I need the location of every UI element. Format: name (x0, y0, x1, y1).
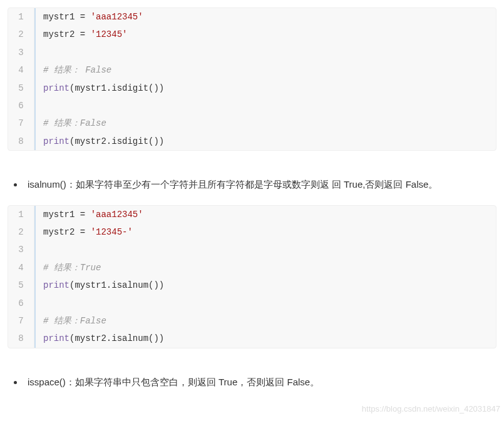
code-line (34, 241, 496, 258)
line-number: 6 (8, 97, 34, 114)
code-line: mystr1 = 'aaa12345' (34, 206, 496, 223)
code-row: 7# 结果：False (8, 114, 496, 132)
line-number: 7 (8, 114, 34, 132)
line-number: 1 (8, 206, 34, 223)
code-row: 5print(mystr1.isalnum()) (8, 276, 496, 294)
code-row: 5print(mystr1.isdigit()) (8, 79, 496, 97)
code-block-isdigit: 1mystr1 = 'aaa12345'2mystr2 = '12345'34#… (8, 8, 496, 151)
code-line: mystr2 = '12345' (34, 26, 496, 43)
line-number: 1 (8, 8, 34, 26)
token-com: # 结果：True (43, 263, 101, 273)
code-row: 3 (8, 241, 496, 258)
token-com: # 结果： False (43, 65, 111, 75)
bullet-list-1: isalnum()：如果字符串至少有一个字符并且所有字符都是字母或数字则返 回 … (8, 176, 496, 194)
line-number: 2 (8, 223, 34, 241)
code-line: print(mystr2.isalnum()) (34, 330, 496, 347)
code-row: 6 (8, 97, 496, 114)
token-str: '12345-' (91, 227, 133, 237)
code-line: # 结果： False (34, 61, 496, 79)
code-row: 1mystr1 = 'aaa12345' (8, 8, 496, 26)
code-block-isalnum: 1mystr1 = 'aaa12345'2mystr2 = '12345-'34… (8, 205, 496, 348)
token-com: # 结果：False (43, 118, 106, 128)
token-str: 'aaa12345' (91, 210, 143, 220)
token-str: '12345' (91, 29, 128, 39)
code-row: 8print(mystr2.isdigit()) (8, 133, 496, 150)
code-line (34, 44, 496, 61)
token-fn: print (43, 280, 69, 290)
code-row: 8print(mystr2.isalnum()) (8, 330, 496, 347)
code-line (34, 295, 496, 312)
token-fn: print (43, 83, 69, 93)
watermark: https://blog.csdn.net/weixin_42031847 (362, 403, 500, 410)
code-line: # 结果：False (34, 114, 496, 132)
line-number: 5 (8, 79, 34, 97)
code-line: # 结果：True (34, 259, 496, 276)
code-line (34, 97, 496, 114)
line-number: 7 (8, 312, 34, 330)
token-fn: print (43, 333, 69, 343)
line-number: 3 (8, 44, 34, 61)
line-number: 5 (8, 276, 34, 294)
code-row: 2mystr2 = '12345-' (8, 223, 496, 241)
code-row: 1mystr1 = 'aaa12345' (8, 206, 496, 223)
bullet-list-2: isspace()：如果字符串中只包含空白，则返回 True，否则返回 Fals… (8, 373, 496, 392)
token-fn: print (43, 136, 69, 146)
bullet-isspace: isspace()：如果字符串中只包含空白，则返回 True，否则返回 Fals… (25, 373, 496, 392)
token-com: # 结果：False (43, 316, 106, 326)
line-number: 2 (8, 26, 34, 43)
code-line: mystr2 = '12345-' (34, 223, 496, 241)
code-line: print(mystr1.isdigit()) (34, 79, 496, 97)
line-number: 4 (8, 259, 34, 276)
line-number: 4 (8, 61, 34, 79)
line-number: 3 (8, 241, 34, 258)
code-row: 6 (8, 295, 496, 312)
code-line: print(mystr2.isdigit()) (34, 133, 496, 150)
code-line: print(mystr1.isalnum()) (34, 276, 496, 294)
line-number: 8 (8, 330, 34, 347)
code-row: 4# 结果： False (8, 61, 496, 79)
code-row: 4# 结果：True (8, 259, 496, 276)
code-line: # 结果：False (34, 312, 496, 330)
line-number: 8 (8, 133, 34, 150)
code-row: 2mystr2 = '12345' (8, 26, 496, 43)
code-row: 3 (8, 44, 496, 61)
code-row: 7# 结果：False (8, 312, 496, 330)
bullet-isalnum: isalnum()：如果字符串至少有一个字符并且所有字符都是字母或数字则返 回 … (25, 176, 496, 194)
token-str: 'aaa12345' (91, 12, 143, 22)
code-line: mystr1 = 'aaa12345' (34, 8, 496, 26)
line-number: 6 (8, 295, 34, 312)
